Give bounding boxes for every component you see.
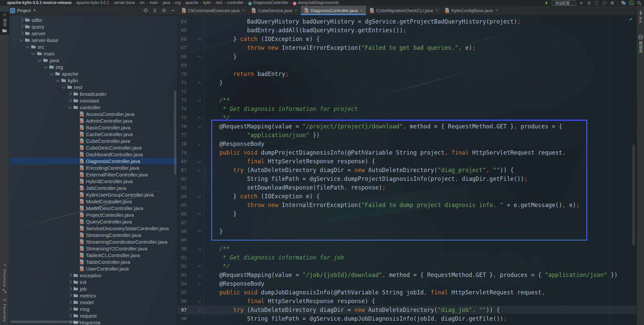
code-line[interactable]: 87 [177, 218, 637, 227]
code-line[interactable]: 79 public void dumpProjectDiagnosisInfo(… [177, 148, 637, 157]
tree-item-constant[interactable]: constant [9, 97, 177, 104]
breadcrumb-item[interactable]: server-base [114, 0, 135, 5]
breadcrumb-item[interactable]: apache [185, 0, 198, 5]
coverage-icon[interactable] [595, 0, 599, 5]
chevron-right-icon[interactable] [19, 18, 24, 21]
line-number[interactable]: 64 [177, 17, 204, 26]
code-line[interactable]: 74 * Get diagnosis information for proje… [177, 105, 637, 113]
line-number[interactable]: 83 [177, 183, 204, 192]
sidebar-item-project[interactable]: 1: 项目 [0, 12, 9, 35]
debug-icon[interactable] [587, 0, 591, 5]
tree-item-apache[interactable]: apache [9, 70, 177, 77]
tree-item-usercontroller-java[interactable]: UserController.java [9, 265, 177, 272]
tree-item-exception[interactable]: exception [9, 272, 177, 279]
breadcrumb-item[interactable]: kylin [203, 0, 211, 5]
code-line[interactable]: 66 } catch (IOException e) { [177, 35, 637, 43]
close-icon[interactable]: × [495, 8, 498, 13]
tree-item-main[interactable]: main [9, 50, 177, 57]
tree-item-odbc[interactable]: odbc [9, 16, 177, 23]
sidebar-item-ant[interactable]: Ant [637, 10, 644, 24]
code-line[interactable]: 98 String filePath = dgService.dumpJobDi… [177, 314, 637, 323]
tree-item-modeldesccontroller-java[interactable]: ModelDescController.java [9, 205, 177, 211]
search-icon[interactable] [637, 0, 641, 5]
tree-item-broadcaster[interactable]: broadcaster [9, 90, 177, 97]
sidebar-item-database[interactable]: 数据库 [637, 35, 644, 53]
tree-item-tablecontroller-java[interactable]: TableController.java [9, 258, 177, 265]
chevron-right-icon[interactable] [67, 281, 72, 283]
inspection-status-icon[interactable]: ✓ [629, 16, 633, 22]
code-line[interactable]: 71 } [177, 78, 637, 87]
chevron-right-icon[interactable] [67, 308, 72, 310]
breadcrumb-item[interactable]: src [140, 0, 145, 5]
tree-item-cubedesccontroller-java[interactable]: CubeDescController.java [9, 144, 177, 151]
tree-item-query[interactable]: query [9, 23, 177, 30]
tab-diagnosiscontroller-java[interactable]: DiagnosisController.java× [301, 6, 366, 15]
breadcrumb-item[interactable]: java [163, 0, 170, 5]
locate-file-icon[interactable] [143, 8, 148, 13]
code-line[interactable]: 84 } catch (IOException e) { [177, 192, 637, 201]
terminal-icon[interactable] [629, 0, 634, 5]
close-icon[interactable]: × [435, 8, 438, 13]
code-line[interactable]: 76 @RequestMapping(value = "/project/{pr… [177, 122, 637, 131]
tree-item-admincontroller-java[interactable]: AdminController.java [9, 117, 177, 124]
line-number[interactable]: 87 [177, 218, 204, 227]
profiler-icon[interactable] [602, 0, 607, 5]
tree-item-server-base[interactable]: server-base [9, 37, 177, 43]
tab-clicommandexecutor-java[interactable]: CliCommandExecutor.java× [178, 6, 248, 15]
chevron-right-icon[interactable] [19, 25, 24, 28]
tree-item-msg[interactable]: msg [9, 306, 177, 312]
chevron-down-icon[interactable] [55, 80, 60, 81]
tree-item-projectcontroller-java[interactable]: ProjectController.java [9, 211, 177, 218]
close-icon[interactable]: × [360, 8, 363, 13]
code-line[interactable]: 89 [177, 236, 637, 244]
line-number[interactable]: 89 [177, 236, 204, 244]
tree-item-querycontroller-java[interactable]: QueryController.java [9, 218, 177, 225]
line-number[interactable]: 69 [177, 61, 204, 70]
chevron-down-icon[interactable] [25, 46, 30, 48]
breadcrumb-class-item[interactable]: CDiagnosisController [248, 0, 288, 5]
line-number[interactable]: 77 [177, 131, 204, 139]
tree-item-streamingv2controller-java[interactable]: StreamingV2Controller.java [9, 245, 177, 252]
line-number[interactable]: 67 [177, 43, 204, 52]
tree-item-streamingcoordinatorcontroller-java[interactable]: StreamingCoordinatorController.java [9, 238, 177, 245]
tree-item-metrics[interactable]: metrics [9, 292, 177, 299]
code-line[interactable]: 90 /** [177, 244, 637, 253]
close-icon[interactable]: × [242, 8, 244, 13]
code-line[interactable]: 86 } [177, 209, 637, 218]
chevron-right-icon[interactable] [67, 314, 72, 317]
tree-item-servicediscoverystatecontroller-java[interactable]: ServiceDiscoveryStateController.java [9, 225, 177, 232]
line-number[interactable]: 82 [177, 174, 204, 183]
tree-item-server[interactable]: server [9, 30, 177, 37]
code-line[interactable]: 75 */ [177, 113, 637, 122]
tree-item-streamingcontroller-java[interactable]: StreamingController.java [9, 232, 177, 238]
chevron-down-icon[interactable] [61, 86, 66, 88]
tree-item-cachecontroller-java[interactable]: CacheController.java [9, 131, 177, 137]
chevron-right-icon[interactable] [67, 294, 72, 297]
line-number[interactable]: 79 [177, 148, 204, 157]
line-number[interactable]: 98 [177, 314, 204, 323]
code-line[interactable]: 73 /** [177, 96, 637, 105]
chevron-down-icon[interactable] [67, 107, 72, 108]
code-line[interactable]: 85 throw new InternalErrorException("Fai… [177, 201, 637, 209]
collapse-all-icon[interactable] [152, 8, 157, 13]
line-number[interactable]: 91 [177, 253, 204, 262]
tree-item-cubecontroller-java[interactable]: CubeController.java [9, 137, 177, 144]
project-panel-title[interactable]: Project [17, 8, 31, 13]
tree-item-encodingcontroller-java[interactable]: EncodingController.java [9, 164, 177, 171]
tree-vertical-scrollbar[interactable] [174, 91, 176, 175]
editor-scrollbar[interactable] [632, 145, 635, 245]
chevron-down-icon[interactable] [43, 66, 48, 68]
tree-item-basiccontroller-java[interactable]: BasicController.java [9, 124, 177, 131]
code-line[interactable]: 65 badEntry.addAll(badQueryHistory.getEn… [177, 26, 637, 35]
line-number[interactable]: 72 [177, 87, 204, 96]
code-line[interactable]: 77 "application/json" }) [177, 131, 637, 139]
breadcrumb-item[interactable]: org [175, 0, 181, 5]
tree-item-diagnosiscontroller-java[interactable]: DiagnosisController.java [9, 158, 177, 164]
chevron-down-icon[interactable] [31, 53, 36, 54]
stop-icon[interactable] [610, 0, 614, 5]
line-number[interactable]: 74 [177, 105, 204, 113]
tree-item-kylinusergroupcontroller-java[interactable]: KylinUserGroupController.java [9, 191, 177, 198]
line-number[interactable]: 65 [177, 26, 204, 35]
sidebar-item-favorites[interactable]: 2: Favorites ★ [0, 299, 9, 325]
code-line[interactable]: 70 return badEntry; [177, 70, 637, 78]
